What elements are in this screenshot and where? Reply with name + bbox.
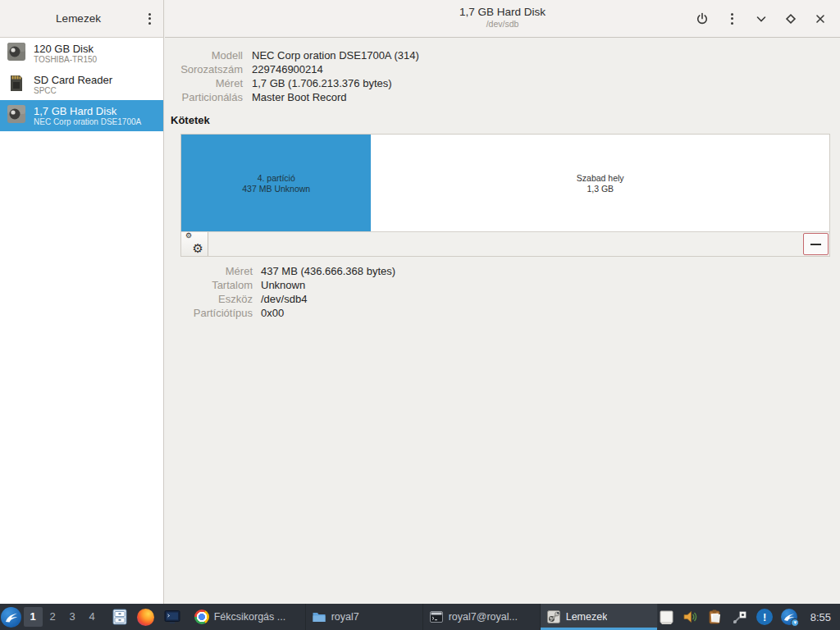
headerbar: 1,7 GB Hard Disk /dev/sdb [165, 0, 840, 38]
partition-size: 437 MB Unknown [242, 184, 310, 194]
close-icon [813, 11, 828, 26]
device-item-17gb-selected[interactable]: 1,7 GB Hard Disk NEC Corp oration DSE170… [0, 100, 163, 131]
clipboard-tray-icon[interactable] [707, 609, 724, 626]
device-name: SD Card Reader [34, 74, 112, 86]
firefox-launcher[interactable] [137, 608, 155, 626]
info-value: Master Boot Record [252, 90, 840, 104]
volumes-box: 4. partíció 437 MB Unknown Szabad hely 1… [180, 134, 830, 257]
window-button-disks-active[interactable]: Lemezek [541, 604, 658, 630]
detail-label: Tartalom [165, 278, 253, 292]
xubuntu-logo-icon [1, 607, 21, 628]
info-value: NEC Corp oration DSE1700A (314) [252, 48, 840, 62]
minimize-button[interactable] [750, 7, 773, 30]
partition-details: Méret 437 MB (436.666.368 bytes) Tartalo… [165, 257, 840, 320]
power-button[interactable] [691, 7, 714, 30]
window-button-label: royal7@royal... [449, 611, 518, 623]
workspace-1[interactable]: 1 [24, 607, 43, 627]
workspace-4[interactable]: 4 [83, 607, 102, 627]
sidebar-menu-button[interactable] [135, 0, 163, 37]
notification-tray-icon[interactable]: ! [756, 609, 774, 626]
window-button-label: Fékcsikorgás ... [214, 611, 286, 623]
file-manager-launcher[interactable] [111, 608, 129, 626]
hard-disk-icon [6, 103, 27, 128]
device-detail: NEC Corp oration DSE1700A [34, 117, 141, 127]
info-label: Sorozatszám [165, 62, 243, 76]
terminal-icon [429, 609, 444, 624]
workspace-3[interactable]: 3 [63, 607, 82, 627]
updater-bird-icon: ▾ [781, 609, 797, 625]
terminal-icon [163, 608, 181, 626]
main-pane: 1,7 GB Hard Disk /dev/sdb [165, 0, 840, 604]
maximize-icon [783, 11, 798, 26]
detail-label: Méret [165, 264, 253, 278]
device-detail: SPCC [34, 86, 112, 96]
info-label: Particionálás [165, 90, 243, 104]
notes-tray-icon[interactable] [658, 609, 675, 626]
partition-settings-button[interactable]: ⚙ ⚙ [181, 232, 208, 256]
sd-card-icon [6, 72, 27, 97]
device-item-120gb[interactable]: 120 GB Disk TOSHIBA-TR150 [0, 38, 163, 69]
terminal-launcher[interactable] [163, 608, 181, 626]
kebab-icon [148, 13, 151, 16]
app-title: Lemezek [0, 12, 135, 25]
updater-tray-icon[interactable]: ▾ [781, 609, 798, 626]
sidebar-header: Lemezek [0, 0, 163, 38]
volumes-section-title: Kötetek [171, 114, 840, 126]
window-button-list: Fékcsikorgás ... royal7 royal7@royal... [189, 604, 658, 630]
header-menu-button[interactable] [720, 7, 743, 30]
system-tray: ! ▾ [658, 609, 798, 626]
window-button-browser[interactable]: Fékcsikorgás ... [189, 604, 306, 630]
detail-value: Unknown [261, 278, 840, 292]
info-value: 1,7 GB (1.706.213.376 bytes) [252, 76, 840, 90]
file-manager-icon [111, 608, 129, 626]
menu-kebab-icon [731, 13, 733, 25]
disks-icon [546, 609, 561, 624]
free-space-block[interactable]: Szabad hely 1,3 GB [371, 135, 829, 231]
gear-icon: ⚙ [185, 231, 192, 240]
device-name: 1,7 GB Hard Disk [34, 105, 141, 117]
delete-partition-button[interactable] [803, 233, 829, 255]
window-button-filemanager[interactable]: royal7 [306, 604, 423, 630]
detail-value: 0x00 [261, 306, 840, 320]
close-button[interactable] [809, 7, 832, 30]
info-value: 229746900214 [252, 62, 840, 76]
workspace-switcher: 1 2 3 4 [24, 604, 102, 630]
drive-info: Modell NEC Corp oration DSE1700A (314) S… [165, 38, 840, 104]
partition-name: 4. partíció [258, 173, 295, 183]
volume-toolbar: ⚙ ⚙ [181, 231, 829, 256]
free-space-label: Szabad hely [577, 173, 624, 183]
gear-icon: ⚙ [193, 241, 203, 256]
workspace-2[interactable]: 2 [43, 607, 62, 627]
info-label: Modell [165, 48, 243, 62]
sidebar: Lemezek 120 GB Disk TOSHIBA-TR150 [0, 0, 164, 604]
window-button-terminal[interactable]: royal7@royal... [423, 604, 541, 630]
quick-launchers [111, 608, 181, 626]
folder-icon [312, 609, 326, 624]
network-plug-tray-icon[interactable] [732, 609, 749, 626]
taskbar: 1 2 3 4 Fé [0, 604, 840, 630]
chrome-icon [194, 609, 209, 624]
disks-app-window: Lemezek 120 GB Disk TOSHIBA-TR150 [0, 0, 840, 604]
device-detail: TOSHIBA-TR150 [34, 55, 97, 65]
applications-menu-button[interactable] [0, 604, 22, 630]
volume-tray-icon[interactable] [682, 609, 700, 626]
minimize-icon [754, 11, 769, 26]
window-button-label: Lemezek [566, 611, 608, 623]
remove-partition-icon [810, 244, 821, 245]
info-label: Méret [165, 76, 243, 90]
hard-disk-icon [6, 41, 27, 66]
device-name: 120 GB Disk [34, 43, 97, 55]
window-button-label: royal7 [331, 611, 359, 623]
detail-label: Eszköz [165, 292, 253, 306]
free-space-size: 1,3 GB [587, 184, 614, 194]
firefox-icon [137, 609, 154, 626]
detail-label: Partíciótípus [165, 306, 253, 320]
detail-value: /dev/sdb4 [261, 292, 840, 306]
detail-value: 437 MB (436.666.368 bytes) [261, 264, 840, 278]
partition-block[interactable]: 4. partíció 437 MB Unknown [181, 135, 371, 231]
clock[interactable]: 8:55 [810, 611, 831, 623]
device-item-sdcard[interactable]: SD Card Reader SPCC [0, 69, 163, 100]
power-icon [695, 11, 710, 26]
maximize-button[interactable] [779, 7, 802, 30]
